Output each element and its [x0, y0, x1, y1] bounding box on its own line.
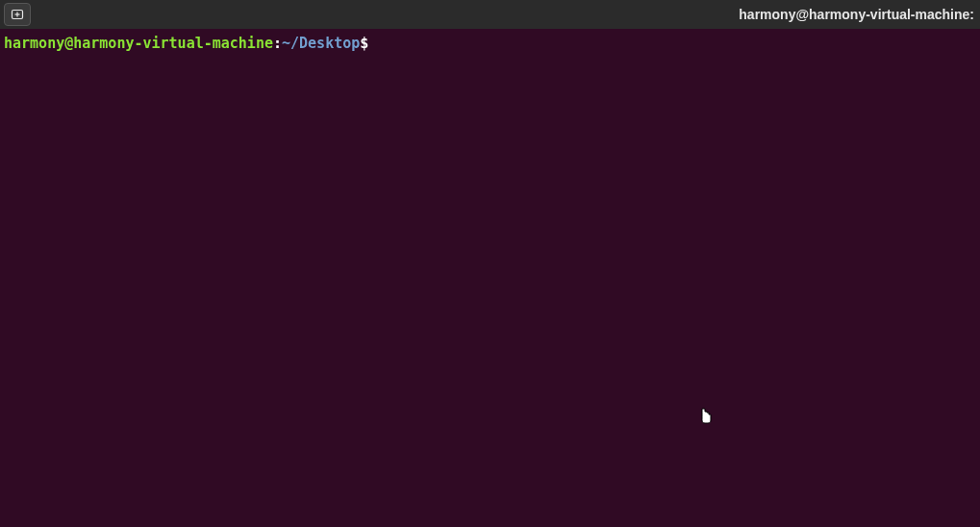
prompt-user-host: harmony@harmony-virtual-machine: [4, 35, 273, 52]
prompt-separator: :: [273, 35, 282, 52]
prompt-line: harmony@harmony-virtual-machine:~/Deskto…: [4, 35, 976, 52]
prompt-symbol: $: [360, 35, 368, 52]
prompt-path: ~/Desktop: [282, 35, 360, 52]
window-title: harmony@harmony-virtual-machine:: [739, 7, 976, 22]
new-tab-icon: [10, 7, 25, 22]
new-tab-button[interactable]: [4, 3, 31, 26]
command-input[interactable]: [368, 35, 753, 52]
window-titlebar: harmony@harmony-virtual-machine:: [0, 0, 980, 29]
terminal-viewport[interactable]: harmony@harmony-virtual-machine:~/Deskto…: [0, 29, 980, 527]
